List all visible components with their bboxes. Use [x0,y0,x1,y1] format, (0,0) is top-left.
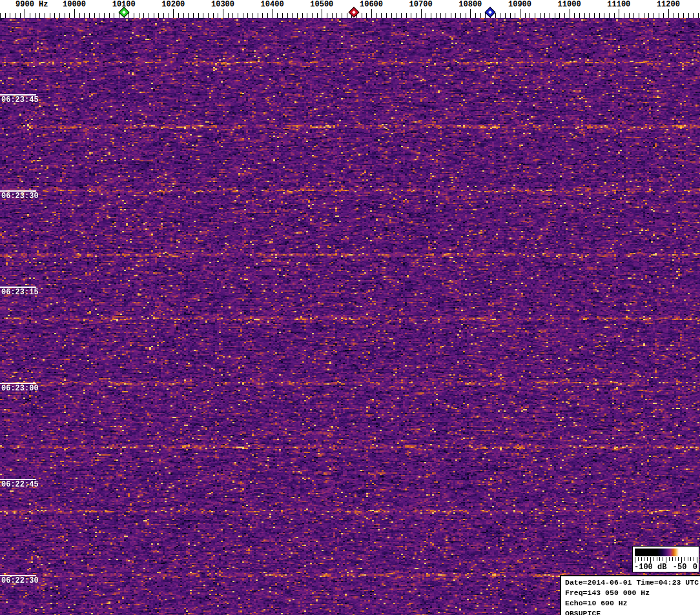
freq-minor-tick [183,13,184,18]
freq-minor-tick [609,13,610,18]
freq-minor-tick [406,13,407,18]
freq-minor-tick [540,13,540,18]
freq-minor-tick [54,13,55,18]
freq-minor-tick [460,13,461,18]
freq-minor-tick [381,13,382,18]
freq-minor-tick [262,13,263,18]
freq-minor-tick [659,13,659,18]
freq-minor-tick [555,13,555,18]
freq-minor-tick [327,13,327,18]
freq-minor-tick [317,13,318,18]
colorbar-tick [654,557,654,561]
freq-marker-red-center-dot [352,10,356,14]
freq-minor-tick [475,13,476,18]
freq-minor-tick [466,13,466,18]
freq-minor-tick [109,13,110,18]
freq-minor-tick [629,13,630,18]
freq-minor-tick [243,13,243,18]
spectrogram-canvas[interactable] [0,18,700,615]
freq-minor-tick [550,13,550,18]
freq-minor-tick [336,13,337,18]
colorbar-tick [666,557,666,563]
freq-minor-tick [134,13,134,18]
freq-tick-label: 11100 [607,0,630,9]
freq-marker-blue-center-dot [488,10,492,14]
freq-major-tick [74,9,75,18]
colorbar-tick [659,557,660,561]
freq-minor-tick [451,13,451,18]
freq-minor-tick [277,13,278,18]
colorbar-label-mid: -50 [673,563,687,572]
freq-tick-label: 10800 [458,0,482,9]
freq-minor-tick [386,13,387,18]
freq-minor-tick [584,13,585,18]
freq-tick-label: 10400 [261,0,284,9]
freq-minor-tick [258,13,258,18]
freq-tick-label: 11200 [657,0,680,9]
freq-minor-tick [307,13,307,18]
freq-minor-tick [644,13,644,18]
freq-major-tick [371,9,372,18]
freq-tick-label: 10300 [211,0,234,9]
freq-minor-tick [188,13,189,18]
freq-minor-tick [480,13,481,18]
freq-minor-tick [15,13,15,18]
freq-marker-red[interactable] [349,7,360,18]
freq-minor-tick [198,13,199,18]
freq-major-tick [25,9,25,18]
freq-minor-tick [50,13,50,18]
freq-minor-tick [84,13,85,18]
freq-tick-label: 10200 [161,0,185,9]
freq-minor-tick [366,13,367,18]
freq-minor-tick [178,13,179,18]
freq-minor-tick [678,13,679,18]
freq-minor-tick [238,13,238,18]
info-line-date-time: Date=2014-06-01 Time=04:23 UTC [565,578,700,588]
freq-major-tick [570,9,570,18]
freq-minor-tick [436,13,437,18]
freq-minor-tick [648,13,649,18]
colorbar: -100 dB -50 0 [632,546,699,572]
freq-major-tick [470,9,471,18]
freq-tick-label: 10900 [508,0,531,9]
colorbar-tick [697,557,697,563]
freq-minor-tick [639,13,639,18]
colorbar-gradient [635,549,697,556]
freq-minor-tick [530,13,530,18]
info-line-frequency: Freq=143 050 000 Hz [565,588,700,598]
freq-minor-tick [89,13,90,18]
colorbar-tick [688,557,688,561]
freq-minor-tick [228,13,229,18]
freq-minor-tick [247,13,248,18]
freq-minor-tick [362,13,362,18]
freq-minor-tick [426,13,426,18]
freq-minor-tick [218,13,218,18]
freq-minor-tick [45,13,45,18]
colorbar-tick [641,557,642,561]
freq-minor-tick [574,13,575,18]
colorbar-tick [638,557,639,561]
freq-minor-tick [431,13,431,18]
freq-tick-label: 10700 [409,0,433,9]
freq-minor-tick [302,13,303,18]
freq-tick-label: 9900 Hz [15,0,48,9]
freq-minor-tick [624,13,624,18]
colorbar-tick [635,557,635,563]
freq-minor-tick [633,13,634,18]
freq-minor-tick [614,13,615,18]
freq-tick-label: 10600 [360,0,383,9]
freq-minor-tick [139,13,139,18]
freq-minor-tick [544,13,545,18]
freq-marker-blue[interactable] [485,7,496,18]
freq-minor-tick [163,13,164,18]
freq-minor-tick [500,13,500,18]
freq-minor-tick [510,13,511,18]
freq-minor-tick [440,13,441,18]
spectrogram-viewer: 9900 Hz100001010010200103001040010500106… [0,0,700,615]
freq-major-tick [223,9,223,18]
colorbar-label-min: -100 dB [634,563,666,572]
freq-minor-tick [535,13,535,18]
freq-minor-tick [213,13,214,18]
freq-minor-tick [693,13,694,18]
colorbar-label-max: 0 [693,563,697,572]
